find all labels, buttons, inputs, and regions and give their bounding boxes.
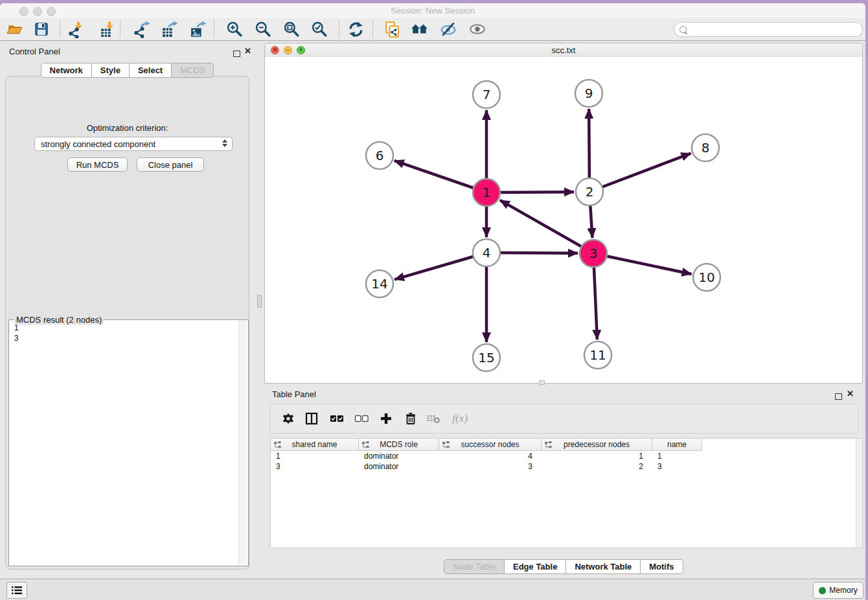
graph-node-6[interactable]: 6 [366,142,393,169]
node-label: 11 [589,347,606,363]
tab-network[interactable]: Network [41,63,92,78]
control-panel: Control Panel ✕ NetworkStyleSelectMCDS O… [0,43,255,579]
table-scrollbar[interactable] [856,439,862,548]
hide-panels-eye-slash-icon[interactable] [439,19,458,39]
tab-style[interactable]: Style [92,63,130,78]
cell-mcds-role: dominator [359,451,439,461]
import-table-icon[interactable] [97,19,117,39]
network-canvas[interactable]: 7968124314101511 [265,57,862,383]
close-panel-icon[interactable]: ✕ [244,47,251,55]
optimization-criterion-dropdown[interactable]: strongly connected component [34,137,233,151]
table-panel-title: Table Panel [272,389,316,399]
task-history-button[interactable] [6,582,27,599]
column-header-successor-nodes[interactable]: successor nodes [439,439,542,451]
graph-node-8[interactable]: 8 [692,134,719,161]
zoom-out-icon[interactable] [253,19,273,39]
graph-node-15[interactable]: 15 [473,344,500,371]
graph-node-3[interactable]: 3 [580,240,607,267]
table-tab-edge-table[interactable]: Edge Table [505,559,566,574]
graph-node-2[interactable]: 2 [576,178,603,205]
toolbar-separator [372,20,373,38]
export-image-icon[interactable] [188,19,207,39]
cell-shared-name: 1 [271,451,359,461]
node-label: 8 [702,140,710,156]
export-network-icon[interactable] [131,19,151,39]
table-tab-node-table[interactable]: Node Table [444,559,505,574]
control-panel-tabs: NetworkStyleSelectMCDS [0,63,255,78]
table-tabs: Node TableEdge TableNetwork TableMotifs [264,559,863,574]
vertical-splitter-handle[interactable] [257,295,262,308]
node-label: 2 [586,184,594,200]
optimization-criterion-label: Optimization criterion: [6,123,249,133]
edge-1-to-6[interactable] [394,161,486,192]
graph-svg[interactable]: 7968124314101511 [265,57,862,383]
cell-name: 3 [652,461,702,472]
hierarchy-icon [545,441,552,448]
mcds-result-group: MCDS result (2 nodes) 1 3 [8,319,249,566]
toolbar-separator [120,20,120,38]
table-tab-network-table[interactable]: Network Table [566,559,641,574]
deselect-all-icon[interactable] [354,411,369,426]
window-title: Session: New Session [0,6,865,16]
export-table-icon[interactable] [159,19,179,39]
zoom-in-icon[interactable] [225,19,244,39]
column-header-mcds-role[interactable]: MCDS role [359,439,439,451]
edge-2-to-8[interactable] [589,154,691,192]
select-all-icon[interactable] [329,411,345,426]
graph-node-1[interactable]: 1 [473,179,500,206]
show-column-panel-icon[interactable] [304,411,319,426]
delete-table-icon[interactable] [426,411,441,426]
close-panel-button[interactable]: Close panel [137,157,204,172]
network-window-titlebar[interactable]: ✕ − + scc.txt [265,43,862,58]
import-network-icon[interactable] [66,19,86,39]
zoom-selected-icon[interactable] [310,19,329,39]
save-session-icon[interactable] [32,19,51,39]
edge-3-to-1[interactable] [500,200,593,253]
control-panel-title: Control Panel [9,47,60,56]
delete-columns-trash-icon[interactable] [403,411,418,426]
open-session-icon[interactable] [5,19,24,39]
add-column-icon[interactable] [378,411,394,426]
table-row[interactable]: 1dominator411 [271,451,862,461]
mcds-result-title: MCDS result (2 nodes) [14,315,104,325]
graph-node-10[interactable]: 10 [693,264,720,291]
edge-3-to-10[interactable] [593,253,692,274]
node-label: 6 [376,148,384,163]
tab-mcds[interactable]: MCDS [172,63,214,78]
network-overview-icon[interactable] [410,19,429,39]
zoom-fit-icon[interactable] [282,19,301,39]
graph-node-9[interactable]: 9 [575,80,602,107]
table-settings-gear-icon[interactable] [280,411,296,426]
horizontal-splitter-handle[interactable] [539,380,545,385]
node-table[interactable]: shared nameMCDS rolesuccessor nodesprede… [270,438,863,548]
run-mcds-button[interactable]: Run MCDS [67,157,128,172]
table-float-panel-icon[interactable] [835,391,842,402]
table-toolbar: f(x) [270,404,858,433]
cell-successor-nodes: 4 [439,451,542,461]
table-row[interactable]: 3dominator323 [271,461,862,472]
node-label: 1 [483,185,491,200]
table-body: 1dominator4113dominator323 [271,451,862,472]
tab-select[interactable]: Select [130,63,172,78]
show-panels-eye-icon[interactable] [468,19,487,39]
column-header-name[interactable]: name [652,439,702,451]
column-header-predecessor-nodes[interactable]: predecessor nodes [542,439,652,451]
column-header-shared-name[interactable]: shared name [271,439,359,451]
equation-builder-icon[interactable]: f(x) [450,411,470,426]
hierarchy-icon [274,441,281,448]
search-icon [680,26,687,33]
table-tab-motifs[interactable]: Motifs [641,559,683,574]
graph-node-11[interactable]: 11 [584,341,611,369]
table-close-panel-icon[interactable]: ✕ [847,390,854,398]
result-scrollbar[interactable] [238,321,247,565]
search-field[interactable] [674,22,863,37]
memory-button[interactable]: Memory [813,582,863,599]
search-input[interactable] [691,25,862,35]
graph-node-14[interactable]: 14 [366,270,393,297]
graph-node-7[interactable]: 7 [473,81,500,108]
node-label: 9 [585,86,593,101]
create-network-view-icon[interactable] [382,19,402,39]
graph-node-4[interactable]: 4 [473,239,500,266]
refresh-icon[interactable] [346,19,365,39]
float-panel-icon[interactable] [233,48,240,60]
